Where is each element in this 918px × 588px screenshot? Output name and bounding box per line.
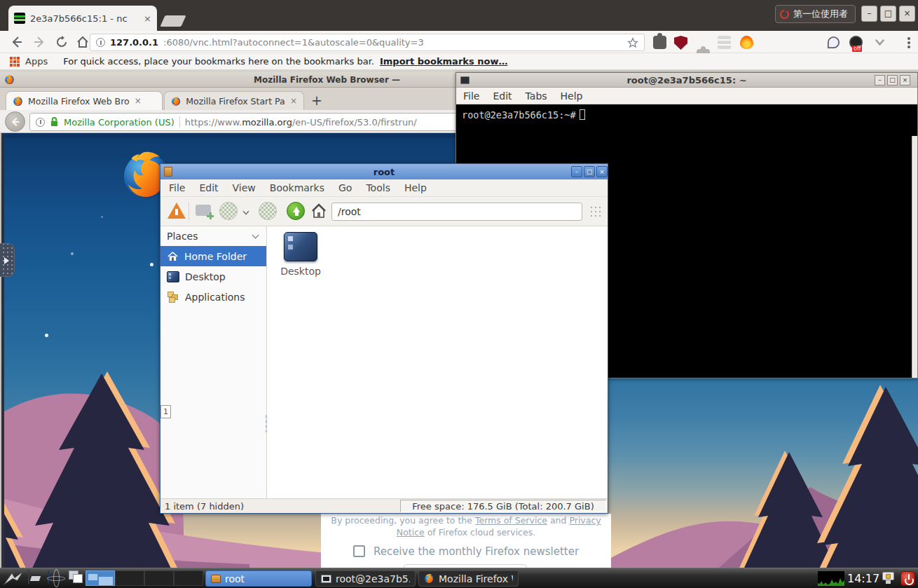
firefox-tab-web-browser[interactable]: Mozilla Firefox Web Bro ×: [6, 91, 163, 110]
window-maximize-button[interactable]: □: [880, 6, 896, 22]
task-button-root[interactable]: root: [205, 570, 312, 587]
menu-help[interactable]: Help: [404, 182, 427, 193]
workspace-1[interactable]: [85, 570, 115, 586]
site-identity[interactable]: Mozilla Corporation (US): [64, 117, 174, 128]
menu-bookmarks[interactable]: Bookmarks: [270, 182, 324, 193]
forward-icon[interactable]: [32, 35, 46, 49]
free-space-indicator: Free space: 176.5 GiB (Total: 200.7 GiB): [400, 500, 606, 512]
record-icon[interactable]: off: [849, 36, 863, 49]
terminal-close-button[interactable]: ×: [900, 75, 910, 86]
file-manager-titlebar[interactable]: root – □ ×: [160, 164, 608, 179]
taskbar: root root@2e3a7b5… Mozilla Firefox W… 14…: [0, 568, 918, 588]
terminal-minimize-button[interactable]: –: [875, 75, 885, 86]
overflow-chevron-icon[interactable]: [873, 36, 886, 49]
pane-resize-handle[interactable]: [265, 414, 268, 432]
workspace-3[interactable]: [144, 570, 174, 586]
flame-icon[interactable]: [740, 36, 753, 49]
newsletter-checkbox[interactable]: [353, 545, 365, 557]
chat-bubble-icon[interactable]: [828, 36, 840, 48]
places-sidebar: Places Home Folder Desktop: [160, 226, 267, 498]
menu-edit[interactable]: Edit: [199, 182, 218, 193]
window-minimize-button[interactable]: –: [861, 6, 877, 22]
chrome-titlebar: 2e3a7b566c15:1 - nc × 第一位使用者 – □ ×: [0, 0, 918, 31]
tab-close-icon[interactable]: ×: [144, 13, 151, 24]
terminal-maximize-button[interactable]: □: [887, 75, 898, 86]
terminal-titlebar[interactable]: root@2e3a7b566c15: ~ – □ ×: [456, 73, 917, 88]
new-tab-button[interactable]: [160, 15, 186, 27]
newsletter-label: Receive the monthly Firefox newsletter: [374, 545, 579, 558]
tab-label: Mozilla Firefox Start Pag: [186, 96, 285, 107]
bookmark-star-icon[interactable]: [627, 37, 638, 48]
firefox-tab-start-page[interactable]: Mozilla Firefox Start Pag ×: [164, 91, 304, 110]
off-badge: off: [852, 46, 862, 52]
apps-grid-icon[interactable]: [10, 57, 20, 67]
file-manager-launcher-icon[interactable]: [28, 570, 29, 584]
extension-puzzle-icon[interactable]: [653, 36, 666, 49]
window-close-button[interactable]: ×: [899, 6, 915, 22]
warning-icon[interactable]: [167, 203, 186, 219]
menu-go[interactable]: Go: [338, 182, 352, 193]
profile-badge[interactable]: 第一位使用者: [775, 5, 856, 23]
chrome-tab-title: 2e3a7b566c15:1 - nc: [30, 13, 139, 24]
back-icon[interactable]: [219, 202, 238, 220]
menu-edit[interactable]: Edit: [493, 90, 512, 102]
address-bar[interactable]: 127.0.0.1 :6080/vnc.html?autoconnect=1&a…: [90, 34, 645, 51]
history-chevron-icon[interactable]: [242, 208, 249, 214]
chrome-menu-icon[interactable]: [907, 37, 910, 48]
novnc-control-handle[interactable]: [0, 243, 15, 277]
sidebar-item-home-folder[interactable]: Home Folder: [160, 246, 266, 266]
sidebar-item-desktop[interactable]: Desktop: [160, 266, 266, 287]
terminal-menubar: File Edit Tabs Help: [456, 88, 917, 104]
chrome-active-tab[interactable]: 2e3a7b566c15:1 - nc ×: [8, 6, 157, 31]
chrome-toolbar: 127.0.0.1 :6080/vnc.html?autoconnect=1&a…: [0, 31, 918, 53]
apps-label[interactable]: Apps: [25, 56, 48, 67]
task-button-firefox[interactable]: Mozilla Firefox W…: [418, 570, 519, 587]
firefox-back-button[interactable]: [5, 111, 25, 132]
firefox-icon: [171, 96, 181, 107]
menu-view[interactable]: View: [233, 182, 256, 193]
menu-file[interactable]: File: [169, 182, 185, 193]
power-button[interactable]: [900, 571, 915, 586]
path-field[interactable]: /root: [331, 203, 582, 221]
task-button-terminal[interactable]: root@2e3a7b5…: [315, 570, 416, 587]
web-browser-launcher-icon[interactable]: [48, 570, 49, 584]
screen: 2e3a7b566c15:1 - nc × 第一位使用者 – □ × 127.0…: [0, 0, 918, 588]
menu-tabs[interactable]: Tabs: [526, 90, 547, 102]
firefox-new-tab-button[interactable]: +: [311, 93, 322, 107]
terminal-scrollbar[interactable]: [912, 136, 917, 378]
fm-close-button[interactable]: ×: [596, 166, 608, 177]
home-icon[interactable]: [310, 203, 327, 219]
page-info-icon[interactable]: [36, 118, 45, 127]
workspace-4[interactable]: [174, 570, 203, 586]
lxde-menu-icon[interactable]: [2, 570, 25, 587]
file-item-desktop[interactable]: Desktop: [271, 232, 330, 277]
forward-icon[interactable]: [259, 202, 277, 220]
tab-close-icon[interactable]: ×: [290, 96, 297, 106]
menu-tools[interactable]: Tools: [366, 182, 390, 193]
menu-help[interactable]: Help: [561, 90, 583, 102]
tab-close-icon[interactable]: ×: [135, 96, 142, 106]
page-info-icon[interactable]: [96, 38, 105, 47]
fm-maximize-button[interactable]: □: [584, 166, 595, 177]
reload-icon[interactable]: [55, 35, 69, 49]
firefox-icon: [4, 74, 15, 85]
ublock-shield-icon[interactable]: [674, 36, 687, 50]
fm-minimize-button[interactable]: –: [571, 166, 582, 177]
clock[interactable]: 14:17: [847, 572, 879, 585]
terms-of-service-link[interactable]: Terms of Service: [475, 515, 547, 526]
new-tab-icon[interactable]: [196, 205, 211, 216]
menu-file[interactable]: File: [463, 90, 479, 102]
location-options-icon[interactable]: [589, 205, 602, 218]
places-header[interactable]: Places: [160, 226, 266, 246]
screensaver-tray-icon[interactable]: [882, 571, 896, 585]
import-bookmarks-link[interactable]: Import bookmarks now…: [380, 56, 507, 67]
home-icon[interactable]: [76, 35, 90, 49]
back-icon[interactable]: [10, 35, 24, 49]
firefox-icon: [424, 573, 434, 584]
task-label: root@2e3a7b5…: [336, 573, 410, 584]
sidebar-item-applications[interactable]: Applications: [160, 287, 266, 307]
cpu-monitor[interactable]: [818, 571, 844, 586]
workspace-2[interactable]: [115, 570, 144, 586]
up-icon[interactable]: [287, 202, 305, 220]
extension-grid-icon[interactable]: [718, 36, 731, 49]
